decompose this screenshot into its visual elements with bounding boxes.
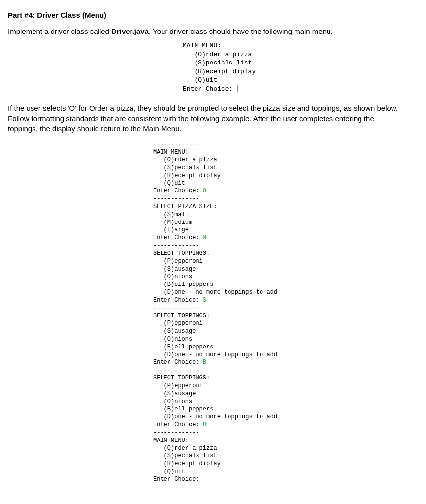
intro-pre: Implement a driver class called bbox=[8, 27, 111, 35]
size-prompt: Enter Choice: bbox=[153, 234, 203, 241]
main2-o2: (S)pecials list bbox=[164, 452, 217, 459]
para2-line1: If the user selects 'O' for Order a pizz… bbox=[8, 104, 398, 112]
top1-o4: (B)ell peppers bbox=[164, 281, 214, 288]
intro-bold: Driver.java bbox=[111, 27, 149, 35]
menu1-opt3: (R)eceipt diplay bbox=[194, 68, 256, 75]
main2-o4: (Q)uit bbox=[164, 468, 185, 475]
size-o1: (S)mall bbox=[164, 211, 189, 218]
menu-code-block-1: MAIN MENU: (O)rder a pizza (S)pecials li… bbox=[183, 41, 418, 93]
size-o3: (L)arge bbox=[164, 226, 189, 233]
size-o2: (M)edium bbox=[164, 219, 193, 226]
top2-o3: (O)nions bbox=[164, 336, 193, 343]
size-title: SELECT PIZZA SIZE: bbox=[153, 203, 217, 210]
paragraph-2: If the user selects 'O' for Order a pizz… bbox=[8, 103, 418, 134]
sep: ------------- bbox=[153, 242, 199, 249]
menu1-opt1: (O)rder a pizza bbox=[194, 51, 252, 58]
menu1-prompt: Enter Choice: bbox=[183, 85, 236, 93]
top2-title: SELECT TOPPINGS: bbox=[153, 313, 210, 319]
para2-line2: Follow formatting standards that are con… bbox=[8, 114, 374, 123]
section-heading: Part #4: Driver Class (Menu) bbox=[8, 10, 418, 20]
top3-o3: (O)nions bbox=[164, 398, 193, 405]
sep: ------------- bbox=[153, 195, 199, 202]
text-cursor-icon bbox=[237, 85, 238, 92]
top2-input: B bbox=[203, 359, 206, 366]
top2-o1: (P)epperoni bbox=[164, 320, 203, 327]
top1-o1: (P)epperoni bbox=[164, 258, 203, 265]
top3-prompt: Enter Choice: bbox=[153, 421, 203, 428]
menu1-opt2: (S)pecials list bbox=[194, 59, 252, 66]
main2-o3: (R)eceipt diplay bbox=[164, 460, 221, 467]
menu1-opt4: (Q)uit bbox=[194, 76, 217, 84]
top1-o5: (D)one - no more toppings to add bbox=[164, 289, 277, 296]
top1-o3: (O)nions bbox=[164, 273, 193, 280]
top2-o5: (D)one - no more toppings to add bbox=[164, 351, 277, 358]
intro-paragraph: Implement a driver class called Driver.j… bbox=[8, 26, 418, 36]
sep: ------------- bbox=[153, 141, 199, 148]
menu1-title: MAIN MENU: bbox=[183, 42, 221, 49]
main-o3: (R)eceipt diplay bbox=[164, 172, 221, 179]
top1-title: SELECT TOPPINGS: bbox=[153, 250, 210, 257]
top1-o2: (S)ausage bbox=[164, 266, 196, 273]
size-input: M bbox=[203, 234, 206, 241]
top2-o2: (S)ausage bbox=[164, 328, 196, 335]
top3-title: SELECT TOPPINGS: bbox=[153, 375, 210, 381]
top2-prompt: Enter Choice: bbox=[153, 359, 203, 366]
main-o2: (S)pecials list bbox=[164, 164, 217, 171]
top3-o1: (P)epperoni bbox=[164, 382, 203, 389]
main2-title: MAIN MENU: bbox=[153, 437, 189, 444]
main-o1: (O)rder a pizza bbox=[164, 157, 217, 163]
main2-prompt: Enter Choice: bbox=[153, 476, 199, 483]
main2-o1: (O)rder a pizza bbox=[164, 445, 217, 452]
main-title: MAIN MENU: bbox=[153, 149, 189, 156]
intro-post: . Your driver class should have the foll… bbox=[149, 27, 333, 35]
sep: ------------- bbox=[153, 367, 199, 374]
sep: ------------- bbox=[153, 305, 199, 312]
top3-o4: (B)ell peppers bbox=[164, 406, 214, 412]
main-o4: (Q)uit bbox=[164, 180, 185, 187]
para2-line3: toppings, the display should return to t… bbox=[8, 125, 182, 133]
top3-o2: (S)ausage bbox=[164, 390, 196, 397]
top2-o4: (B)ell peppers bbox=[164, 344, 214, 350]
menu-code-block-2: ------------- MAIN MENU: (O)rder a pizza… bbox=[153, 141, 418, 483]
sep: ------------- bbox=[153, 429, 199, 436]
top1-input: S bbox=[203, 297, 206, 304]
top3-o5: (D)one - no more toppings to add bbox=[164, 413, 277, 420]
top3-input: D bbox=[203, 421, 206, 428]
top1-prompt: Enter Choice: bbox=[153, 297, 203, 304]
main-input: O bbox=[203, 188, 206, 194]
main-prompt: Enter Choice: bbox=[153, 188, 203, 194]
